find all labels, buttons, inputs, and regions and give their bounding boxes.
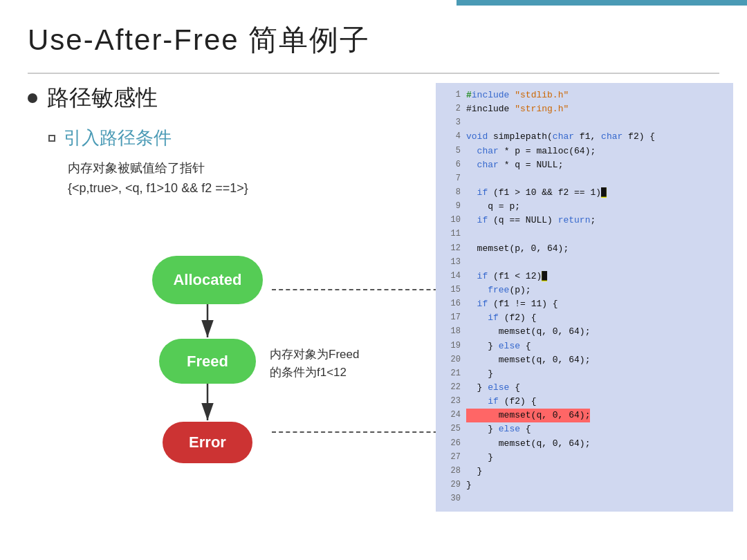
code-line-18: 18 memset(q, 0, 64); bbox=[444, 325, 725, 339]
freed-annotation-line2: 的条件为f1<12 bbox=[270, 364, 359, 382]
code-line-4: 4 void simplepath(char f1, char f2) { bbox=[444, 130, 725, 144]
left-content-area: 路径敏感性 引入路径条件 内存对象被赋值给了指针 {<p,true>, <q, … bbox=[28, 83, 450, 198]
code-line-12: 12 memset(p, 0, 64); bbox=[444, 242, 725, 256]
freed-annotation: 内存对象为Freed 的条件为f1<12 bbox=[270, 346, 359, 381]
code-line-21: 21 } bbox=[444, 367, 725, 381]
allocated-label: Allocated bbox=[173, 271, 241, 289]
allocated-node: Allocated bbox=[152, 256, 263, 304]
code-panel: 1 #include "stdlib.h" 2 #include "string… bbox=[436, 83, 733, 512]
code-line-26: 26 memset(q, 0, 64); bbox=[444, 437, 725, 451]
freed-annotation-line1: 内存对象为Freed bbox=[270, 346, 359, 364]
code-line-8: 8 if (f1 > 10 && f2 == 1)█ bbox=[444, 186, 725, 200]
code-line-2: 2 #include "string.h" bbox=[444, 102, 725, 116]
sub-bullet: 引入路径条件 bbox=[48, 126, 450, 150]
dotted-arrow-error-to-code bbox=[272, 431, 452, 433]
code-line-20: 20 memset(q, 0, 64); bbox=[444, 353, 725, 367]
code-line-9: 9 q = p; bbox=[444, 200, 725, 214]
code-line-24: 24 memset(q, 0, 64); bbox=[444, 409, 725, 422]
code-line-16: 16 if (f1 != 11) { bbox=[444, 297, 725, 311]
code-line-6: 6 char * q = NULL; bbox=[444, 158, 725, 172]
code-line-29: 29 } bbox=[444, 478, 725, 492]
code-line-22: 22 } else { bbox=[444, 381, 725, 395]
title-divider bbox=[28, 73, 719, 74]
error-node: Error bbox=[163, 422, 252, 463]
description-block: 内存对象被赋值给了指针 {<p,true>, <q, f1>10 && f2 =… bbox=[68, 158, 450, 198]
code-line-19: 19 } else { bbox=[444, 339, 725, 353]
code-line-7: 7 bbox=[444, 172, 725, 186]
dotted-arrow-allocated-to-code bbox=[272, 289, 452, 290]
code-line-15: 15 free(p); bbox=[444, 283, 725, 297]
bullet-dot-icon bbox=[28, 93, 37, 103]
freed-label: Freed bbox=[187, 353, 228, 371]
desc-line2: {<p,true>, <q, f1>10 && f2 ==1>} bbox=[68, 178, 450, 198]
code-line-5: 5 char * p = malloc(64); bbox=[444, 144, 725, 158]
code-line-28: 28 } bbox=[444, 465, 725, 478]
code-line-27: 27 } bbox=[444, 451, 725, 465]
code-line-10: 10 if (q == NULL) return; bbox=[444, 214, 725, 227]
sub-bullet-text: 引入路径条件 bbox=[64, 126, 172, 150]
code-line-14: 14 if (f1 < 12)█ bbox=[444, 270, 725, 283]
code-line-1: 1 #include "stdlib.h" bbox=[444, 88, 725, 102]
freed-node: Freed bbox=[159, 339, 256, 384]
code-line-23: 23 if (f2) { bbox=[444, 395, 725, 409]
code-line-25: 25 } else { bbox=[444, 422, 725, 436]
main-bullet: 路径敏感性 bbox=[28, 83, 450, 113]
page-title: Use-After-Free 简单例子 bbox=[28, 21, 370, 59]
code-line-13: 13 bbox=[444, 256, 725, 270]
code-line-30: 30 bbox=[444, 492, 725, 506]
error-label: Error bbox=[189, 433, 226, 451]
code-line-3: 3 bbox=[444, 116, 725, 130]
sub-bullet-marker-icon bbox=[48, 135, 55, 142]
top-accent-bar bbox=[456, 0, 747, 6]
code-line-11: 11 bbox=[444, 227, 725, 241]
code-line-17: 17 if (f2) { bbox=[444, 311, 725, 325]
main-bullet-text: 路径敏感性 bbox=[47, 83, 158, 113]
desc-line1: 内存对象被赋值给了指针 bbox=[68, 158, 450, 178]
